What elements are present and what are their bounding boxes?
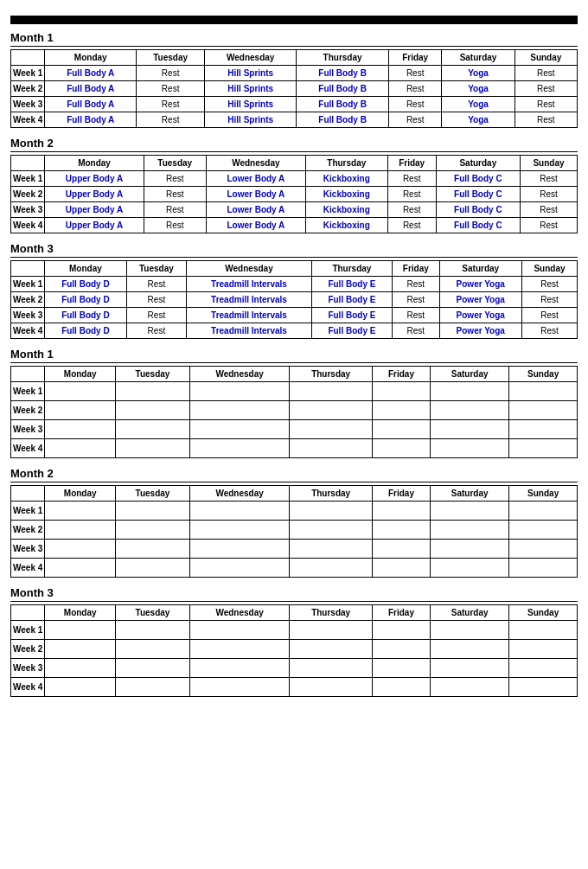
schedule-cell: Rest (126, 308, 187, 323)
table-row: Week 1 (11, 621, 578, 640)
week-label: Week 4 (11, 559, 45, 578)
schedule-cell (509, 439, 578, 458)
schedule-cell (45, 502, 116, 521)
week-label: Week 4 (11, 112, 45, 128)
schedule-cell: Rest (520, 218, 577, 233)
week-column-header (11, 156, 45, 171)
schedule-cell (45, 559, 116, 578)
schedule-cell (430, 621, 508, 640)
schedule-cell (116, 559, 190, 578)
day-header: Thursday (290, 605, 373, 621)
schedule-cell (189, 521, 289, 540)
schedule-cell: Rest (126, 277, 187, 292)
schedule-cell (45, 420, 116, 439)
schedule-cell: Full Body D (45, 323, 126, 339)
table-row: Week 4 (11, 439, 578, 458)
schedule-cell: Lower Body A (206, 187, 305, 202)
schedule-cell: Full Body B (297, 112, 389, 128)
schedule-cell (509, 621, 578, 640)
schedule-cell (45, 621, 116, 640)
day-header: Saturday (439, 261, 521, 277)
day-header: Thursday (311, 261, 392, 277)
schedule-cell: Full Body C (436, 187, 520, 202)
week-label: Week 1 (11, 502, 45, 521)
schedule-cell (430, 439, 508, 458)
schedule-cell: Power Yoga (439, 277, 521, 292)
schedule-cell: Rest (520, 171, 577, 187)
schedule-cell (116, 382, 190, 401)
schedule-cell (189, 382, 289, 401)
day-header: Wednesday (205, 50, 297, 66)
day-header: Tuesday (126, 261, 187, 277)
week-label: Week 3 (11, 540, 45, 559)
schedule-cell (189, 640, 289, 659)
schedule-cell (290, 401, 373, 420)
schedule-cell: Yoga (442, 112, 514, 128)
schedule-cell: Full Body E (311, 277, 392, 292)
day-header: Monday (45, 367, 116, 382)
day-header: Monday (45, 156, 144, 171)
schedule-cell (372, 420, 430, 439)
table-row: Week 1 (11, 382, 578, 401)
schedule-cell: Upper Body A (45, 187, 144, 202)
schedule-cell (116, 640, 190, 659)
schedule-cell (45, 659, 116, 678)
schedule-cell (509, 559, 578, 578)
schedule-cell: Yoga (442, 66, 514, 81)
day-header: Thursday (290, 367, 373, 382)
schedule-cell: Upper Body A (45, 202, 144, 218)
schedule-cell (509, 382, 578, 401)
day-header: Friday (372, 605, 430, 621)
schedule-cell: Rest (126, 323, 187, 339)
week-label: Week 1 (11, 621, 45, 640)
schedule-cell: Lower Body A (206, 171, 305, 187)
day-header: Monday (45, 486, 116, 502)
calendar-table: MondayTuesdayWednesdayThursdayFridaySatu… (10, 260, 578, 339)
week-label: Week 2 (11, 81, 45, 97)
schedule-cell (430, 540, 508, 559)
schedule-cell: Rest (126, 292, 187, 308)
schedule-cell: Treadmill Intervals (187, 277, 311, 292)
month-title: Month 1 (10, 348, 578, 363)
day-header: Saturday (436, 156, 520, 171)
day-header: Sunday (509, 486, 578, 502)
schedule-cell (372, 659, 430, 678)
calendar-table: MondayTuesdayWednesdayThursdayFridaySatu… (10, 604, 578, 697)
schedule-cell (189, 439, 289, 458)
schedule-cell: Full Body B (297, 66, 389, 81)
schedule-cell (509, 401, 578, 420)
table-row: Week 3 (11, 659, 578, 678)
month-section: Month 2MondayTuesdayWednesdayThursdayFri… (10, 137, 578, 233)
schedule-cell: Rest (144, 218, 206, 233)
schedule-cell (189, 659, 289, 678)
schedule-cell (290, 420, 373, 439)
schedule-cell: Full Body A (45, 112, 137, 128)
month-section: Month 1MondayTuesdayWednesdayThursdayFri… (10, 31, 578, 128)
day-header: Wednesday (206, 156, 305, 171)
week-label: Week 3 (11, 97, 45, 112)
schedule-cell (45, 401, 116, 420)
schedule-cell (45, 640, 116, 659)
week-label: Week 1 (11, 171, 45, 187)
day-header: Saturday (430, 367, 508, 382)
month-section: Month 3MondayTuesdayWednesdayThursdayFri… (10, 586, 578, 697)
table-row: Week 4 (11, 678, 578, 697)
schedule-cell: Yoga (442, 81, 514, 97)
training-header (10, 16, 578, 24)
schedule-cell: Rest (388, 112, 442, 128)
schedule-cell (116, 621, 190, 640)
table-row: Week 4Full Body ARestHill SprintsFull Bo… (11, 112, 578, 128)
schedule-cell (430, 521, 508, 540)
schedule-cell: Kickboxing (306, 171, 388, 187)
schedule-cell: Upper Body A (45, 218, 144, 233)
week-label: Week 2 (11, 187, 45, 202)
day-header: Tuesday (116, 605, 190, 621)
schedule-cell: Kickboxing (306, 218, 388, 233)
schedule-cell (372, 621, 430, 640)
schedule-cell (372, 640, 430, 659)
schedule-cell (430, 640, 508, 659)
schedule-cell (372, 401, 430, 420)
week-label: Week 4 (11, 218, 45, 233)
month-title: Month 3 (10, 242, 578, 258)
schedule-cell (509, 678, 578, 697)
